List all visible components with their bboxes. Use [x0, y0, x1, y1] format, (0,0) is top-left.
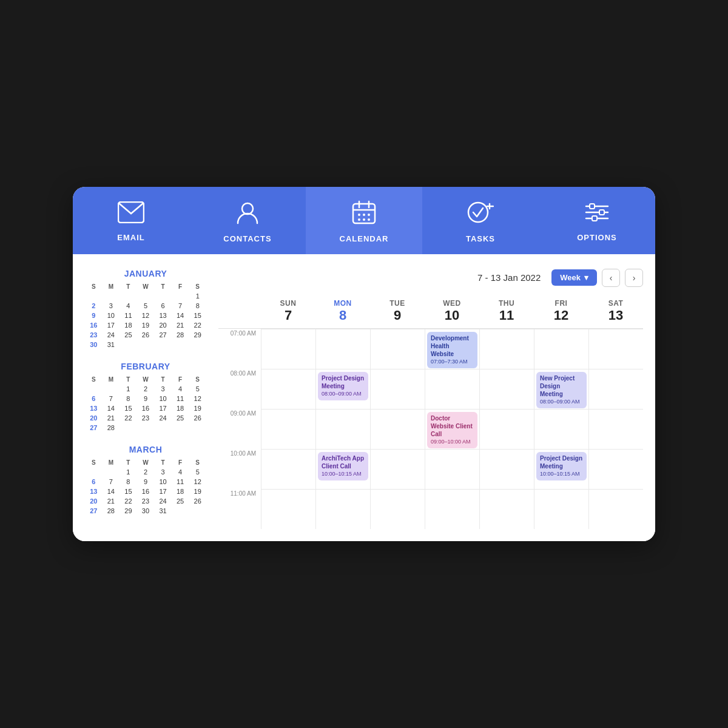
day-name-mon: MON [318, 299, 368, 308]
time-label-0900: 09:00 AM [218, 409, 261, 449]
time-label-0800: 08:00 AM [218, 369, 261, 409]
day-col-fri: FRI 12 [534, 295, 588, 328]
day-num-sun: 7 [263, 308, 313, 323]
event-new-project-design[interactable]: New Project Design Meeting 08:00–09:00 A… [536, 372, 587, 408]
cell-tue-1100[interactable] [370, 489, 425, 529]
prev-week-button[interactable]: ‹ [602, 269, 620, 287]
svg-rect-18 [590, 204, 595, 209]
cell-mon-0900[interactable] [315, 409, 370, 449]
cell-sun-1100[interactable] [261, 489, 315, 529]
next-week-button[interactable]: › [625, 269, 643, 287]
week-range-label: 7 - 13 Jan 2022 [477, 272, 541, 283]
nav-calendar[interactable]: CALENDAR [306, 187, 422, 254]
cell-wed-0700[interactable]: Development Health Website 07:00–7:30 AM [425, 329, 479, 369]
svg-point-9 [358, 218, 360, 221]
week-mode-label: Week [560, 273, 581, 282]
cell-sat-1100[interactable] [588, 489, 643, 529]
week-view: 7 - 13 Jan 2022 Week ▾ ‹ › SUN 7 MON 8 [218, 269, 643, 529]
cell-mon-1000[interactable]: ArchiTech App Client Call 10:00–10:15 AM [315, 449, 370, 489]
event-dev-health-time: 07:00–7:30 AM [431, 359, 474, 366]
cell-wed-1100[interactable] [425, 489, 479, 529]
day-col-wed: WED 10 [425, 295, 479, 328]
mini-cal-february: FEBRUARY SMTWTFS 12345 6789101112 131415… [85, 362, 206, 433]
event-project-design-fri-title: Project Design Meeting [540, 454, 583, 470]
time-label-1000: 10:00 AM [218, 449, 261, 489]
day-num-tue: 9 [372, 308, 422, 323]
event-doctor-website[interactable]: Doctor Website Client Call 09:00–10:00 A… [427, 412, 477, 448]
cell-wed-0900[interactable]: Doctor Website Client Call 09:00–10:00 A… [425, 409, 479, 449]
email-icon [118, 201, 144, 227]
cell-sat-0700[interactable] [588, 329, 643, 369]
day-col-sat: SAT 13 [588, 295, 643, 328]
event-doctor-website-title: Doctor Website Client Call [431, 414, 474, 438]
event-new-project-design-title: New Project Design Meeting [540, 374, 583, 398]
cell-sun-1000[interactable] [261, 449, 315, 489]
tasks-icon [467, 200, 494, 228]
cell-mon-0800[interactable]: Project Design Meeting 08:00–09:00 AM [315, 369, 370, 409]
event-project-design-mon-title: Project Design Meeting [322, 374, 365, 390]
svg-rect-20 [592, 216, 597, 221]
mini-cal-march-title: MARCH [85, 445, 206, 454]
cell-sat-1000[interactable] [588, 449, 643, 489]
day-num-fri: 12 [536, 308, 586, 323]
cell-tue-0900[interactable] [370, 409, 425, 449]
nav-contacts-label: CONTACTS [223, 234, 271, 243]
cell-tue-0700[interactable] [370, 329, 425, 369]
chevron-down-icon: ▾ [584, 273, 588, 282]
cell-wed-1000[interactable] [425, 449, 479, 489]
cell-wed-0800[interactable] [425, 369, 479, 409]
event-project-design-fri[interactable]: Project Design Meeting 10:00–10:15 AM [536, 452, 587, 480]
time-label-0700: 07:00 AM [218, 329, 261, 369]
svg-point-7 [363, 214, 365, 216]
day-num-mon: 8 [318, 308, 368, 323]
cell-sat-0900[interactable] [588, 409, 643, 449]
svg-point-8 [368, 214, 370, 216]
cell-tue-1000[interactable] [370, 449, 425, 489]
nav-bar: EMAIL CONTACTS [73, 187, 655, 254]
event-architech[interactable]: ArchiTech App Client Call 10:00–10:15 AM [318, 452, 368, 480]
week-grid: 07:00 AM Development Health Website 07:0… [218, 329, 643, 529]
cell-sun-0700[interactable] [261, 329, 315, 369]
cell-fri-1100[interactable] [534, 489, 588, 529]
cell-sun-0900[interactable] [261, 409, 315, 449]
nav-email[interactable]: EMAIL [73, 187, 189, 254]
cell-fri-1000[interactable]: Project Design Meeting 10:00–10:15 AM [534, 449, 588, 489]
svg-point-12 [468, 203, 488, 222]
mini-cal-february-grid: SMTWTFS 12345 6789101112 13141516171819 … [85, 375, 206, 433]
event-project-design-mon[interactable]: Project Design Meeting 08:00–09:00 AM [318, 372, 368, 400]
cell-thu-0700[interactable] [479, 329, 534, 369]
cell-sun-0800[interactable] [261, 369, 315, 409]
cell-thu-0800[interactable] [479, 369, 534, 409]
event-dev-health-title: Development Health Website [431, 334, 474, 358]
mini-calendars: JANUARY SMTWTFS -1 2345678 9101112131415 [85, 269, 206, 529]
nav-options-label: OPTIONS [577, 233, 617, 242]
day-num-wed: 10 [427, 308, 477, 323]
day-col-tue: TUE 9 [370, 295, 425, 328]
event-project-design-mon-time: 08:00–09:00 AM [322, 391, 365, 398]
cell-fri-0800[interactable]: New Project Design Meeting 08:00–09:00 A… [534, 369, 588, 409]
options-icon [584, 201, 610, 227]
cell-thu-0900[interactable] [479, 409, 534, 449]
svg-rect-19 [599, 210, 604, 215]
cell-thu-1100[interactable] [479, 489, 534, 529]
cell-mon-0700[interactable] [315, 329, 370, 369]
cell-mon-1100[interactable] [315, 489, 370, 529]
cell-sat-0800[interactable] [588, 369, 643, 409]
event-dev-health[interactable]: Development Health Website 07:00–7:30 AM [427, 332, 477, 368]
calendar-icon [352, 200, 376, 228]
event-architech-title: ArchiTech App Client Call [322, 454, 365, 470]
day-name-fri: FRI [536, 299, 586, 308]
svg-point-6 [358, 214, 360, 216]
cell-fri-0900[interactable] [534, 409, 588, 449]
cell-fri-0700[interactable] [534, 329, 588, 369]
nav-contacts[interactable]: CONTACTS [189, 187, 306, 254]
nav-tasks-label: TASKS [466, 234, 495, 243]
day-name-sun: SUN [263, 299, 313, 308]
nav-tasks[interactable]: TASKS [422, 187, 539, 254]
week-mode-button[interactable]: Week ▾ [551, 269, 597, 286]
nav-options[interactable]: OPTIONS [539, 187, 655, 254]
nav-calendar-label: CALENDAR [340, 234, 389, 243]
time-label-1100: 11:00 AM [218, 489, 261, 529]
cell-thu-1000[interactable] [479, 449, 534, 489]
cell-tue-0800[interactable] [370, 369, 425, 409]
